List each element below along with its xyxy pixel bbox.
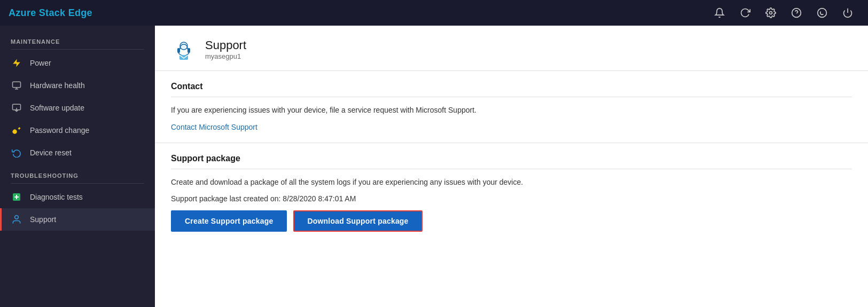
sidebar-item-label: Diagnostic tests: [30, 193, 83, 201]
content-area: Support myasegpu1 Contact If you are exp…: [155, 26, 868, 307]
maintenance-section-label: MAINTENANCE: [0, 30, 155, 49]
contact-description: If you are experiencing issues with your…: [171, 105, 852, 116]
maintenance-divider: [11, 49, 144, 50]
sidebar-item-software-update[interactable]: Software update: [0, 97, 155, 119]
sidebar-item-device-reset[interactable]: Device reset: [0, 141, 155, 164]
sidebar-item-password-change[interactable]: Password change: [0, 119, 155, 141]
sidebar-item-label: Password change: [30, 126, 89, 135]
support-icon: [11, 214, 22, 225]
svg-rect-6: [13, 82, 21, 88]
topbar: Azure Stack Edge: [0, 0, 868, 26]
svg-point-3: [818, 9, 827, 18]
troubleshooting-divider: [11, 183, 144, 184]
software-icon: [11, 102, 22, 114]
page-subtitle: myasegpu1: [205, 52, 246, 60]
hardware-icon: [11, 80, 22, 91]
svg-rect-17: [187, 48, 190, 53]
diagnostic-icon: [11, 191, 22, 203]
page-title: Support: [205, 38, 246, 52]
sidebar-item-label: Power: [30, 59, 51, 67]
password-icon: [11, 124, 22, 136]
troubleshooting-section-label: TROUBLESHOOTING: [0, 164, 155, 183]
app-title: Azure Stack Edge: [9, 7, 92, 19]
sidebar-item-diagnostic-tests[interactable]: Diagnostic tests: [0, 186, 155, 208]
sidebar: MAINTENANCE Power Hardware health Softwa…: [0, 26, 155, 307]
svg-point-14: [15, 216, 19, 219]
sidebar-item-support[interactable]: Support: [0, 208, 155, 231]
settings-icon[interactable]: [759, 1, 783, 25]
contact-section: Contact If you are experiencing issues w…: [155, 71, 868, 143]
sidebar-item-label: Support: [30, 215, 56, 224]
contact-microsoft-support-link[interactable]: Contact Microsoft Support: [171, 123, 257, 131]
sidebar-item-power[interactable]: Power: [0, 52, 155, 74]
page-header-icon: [171, 36, 197, 62]
support-last-created: Support package last created on: 8/28/20…: [171, 194, 852, 203]
contact-divider: [171, 97, 852, 97]
page-header: Support myasegpu1: [155, 26, 868, 71]
power-icon: [11, 57, 22, 69]
help-icon[interactable]: [785, 1, 808, 25]
device-reset-icon: [11, 147, 22, 159]
content-inner: Support myasegpu1 Contact If you are exp…: [155, 26, 868, 242]
button-row: Create Support package Download Support …: [171, 210, 852, 232]
support-package-heading: Support package: [171, 154, 852, 163]
bell-icon[interactable]: [708, 1, 731, 25]
copyright-icon[interactable]: [810, 1, 834, 25]
support-package-divider: [171, 169, 852, 169]
contact-heading: Contact: [171, 82, 852, 91]
topbar-icon-group: [708, 1, 859, 25]
sidebar-item-label: Software update: [30, 104, 84, 112]
create-support-package-button[interactable]: Create Support package: [171, 210, 287, 232]
svg-point-0: [770, 12, 772, 14]
svg-marker-5: [13, 59, 20, 67]
sidebar-item-label: Hardware health: [30, 81, 85, 90]
download-support-package-button[interactable]: Download Support package: [293, 210, 422, 232]
sidebar-item-label: Device reset: [30, 148, 72, 157]
support-package-description: Create and download a package of all the…: [171, 177, 852, 188]
sidebar-item-hardware-health[interactable]: Hardware health: [0, 74, 155, 97]
refresh-icon[interactable]: [733, 1, 757, 25]
page-header-text: Support myasegpu1: [205, 38, 246, 60]
main-layout: MAINTENANCE Power Hardware health Softwa…: [0, 26, 868, 307]
power-icon[interactable]: [836, 1, 859, 25]
svg-rect-16: [177, 48, 180, 53]
support-package-section: Support package Create and download a pa…: [155, 143, 868, 242]
